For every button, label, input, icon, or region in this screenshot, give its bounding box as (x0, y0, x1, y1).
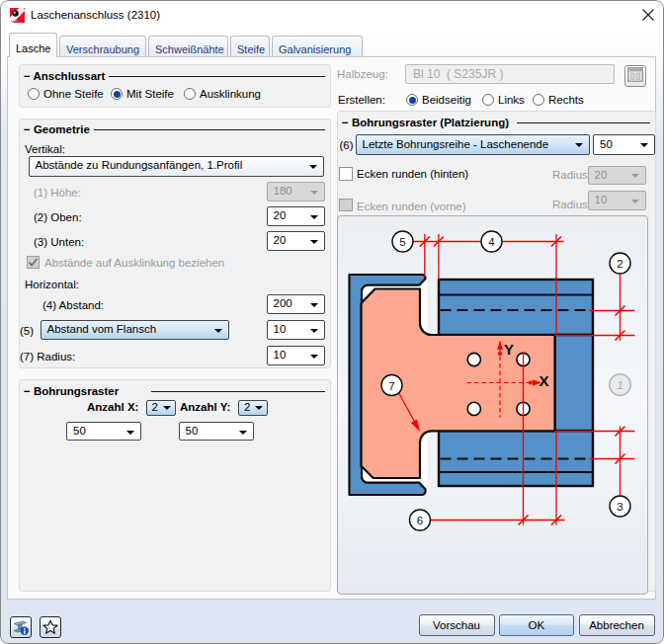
svg-text:6: 6 (416, 515, 422, 526)
svg-text:7: 7 (388, 379, 394, 391)
svg-text:3: 3 (617, 501, 622, 513)
svg-text:Y: Y (504, 340, 514, 357)
svg-text:5: 5 (399, 236, 405, 248)
svg-text:4: 4 (488, 236, 495, 248)
svg-text:2: 2 (617, 258, 622, 270)
svg-text:X: X (539, 371, 548, 388)
svg-text:1: 1 (617, 379, 622, 391)
